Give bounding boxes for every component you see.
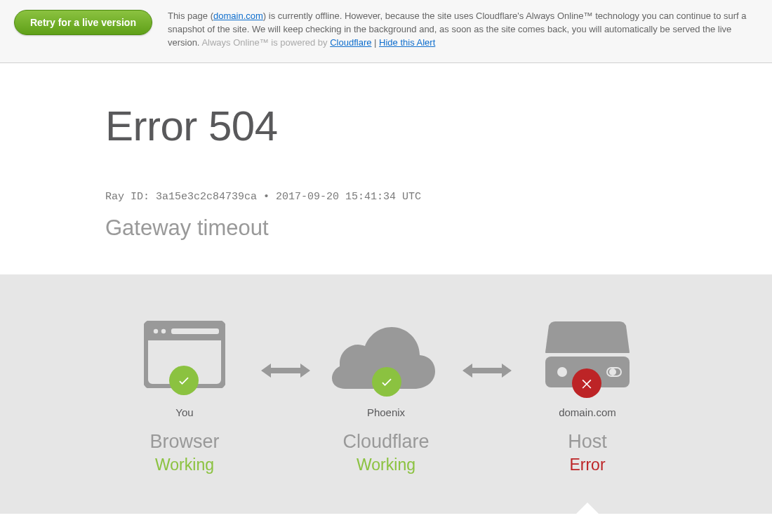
hide-alert-link[interactable]: Hide this Alert [379, 37, 435, 48]
ray-sep: • [257, 191, 276, 203]
diag-browser: You Browser Working [109, 317, 260, 474]
arrow-icon [260, 361, 311, 380]
retry-button[interactable]: Retry for a live version [14, 10, 152, 35]
alert-text: This page (domain.com) is currently offl… [168, 10, 758, 50]
host-domain-label: domain.com [559, 406, 616, 418]
svg-point-9 [557, 367, 567, 377]
alert-sep: | [371, 37, 379, 48]
browser-status: Working [155, 455, 214, 474]
alert-prefix: This page ( [168, 11, 213, 21]
always-online-alert: Retry for a live version This page (doma… [0, 0, 772, 63]
powered-by-text: Always Online™ is powered by [201, 37, 330, 48]
ray-id-line: Ray ID: 3a15e3c2c84739ca • 2017-09-20 15… [105, 191, 667, 203]
diagnostic-band: You Browser Working Phoenix Cloudflare W… [0, 274, 772, 514]
svg-point-4 [161, 328, 166, 333]
datacenter-label: Phoenix [367, 406, 405, 418]
cloud-icon [332, 317, 441, 392]
svg-marker-7 [462, 364, 512, 378]
diag-cloudflare: Phoenix Cloudflare Working [311, 317, 462, 474]
ray-label: Ray ID: [105, 191, 156, 203]
diag-host: domain.com Host Error [512, 317, 663, 474]
cloudflare-label: Cloudflare [342, 431, 429, 453]
diagnostic-row: You Browser Working Phoenix Cloudflare W… [0, 317, 772, 474]
check-icon [372, 367, 401, 397]
server-icon [545, 317, 630, 392]
arrow-icon [462, 361, 512, 380]
svg-marker-6 [261, 364, 310, 378]
timestamp: 2017-09-20 15:41:34 UTC [276, 191, 421, 203]
error-subtitle: Gateway timeout [105, 215, 667, 241]
ray-id: 3a15e3c2c84739ca [156, 191, 257, 203]
check-icon [169, 366, 199, 395]
cloudflare-link[interactable]: Cloudflare [330, 37, 371, 48]
you-label: You [175, 406, 193, 418]
host-label: Host [568, 431, 607, 453]
error-main: Error 504 Ray ID: 3a15e3c2c84739ca • 201… [0, 63, 772, 241]
svg-rect-2 [145, 333, 224, 340]
browser-icon [144, 317, 225, 392]
cloudflare-status: Working [357, 455, 415, 474]
host-status: Error [569, 455, 605, 474]
error-icon [572, 368, 601, 398]
svg-rect-5 [171, 328, 219, 334]
svg-point-10 [609, 368, 616, 375]
browser-label: Browser [149, 431, 219, 453]
svg-point-3 [154, 328, 158, 333]
error-title: Error 504 [105, 102, 667, 150]
domain-link[interactable]: domain.com [213, 11, 263, 21]
